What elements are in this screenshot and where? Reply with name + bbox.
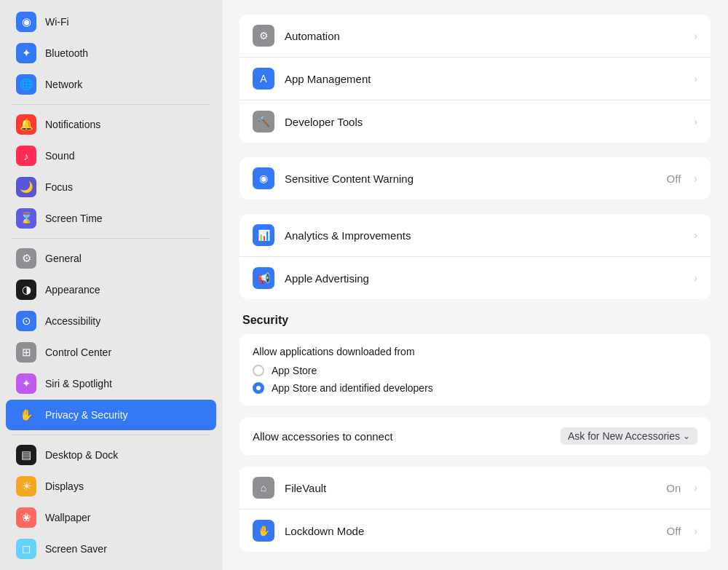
sidebar-item-network[interactable]: 🌐Network [6, 69, 216, 100]
radio-appstore-identified[interactable] [253, 382, 264, 394]
bluetooth-icon: ✦ [16, 43, 36, 63]
row-lockdownmode[interactable]: ✋Lockdown ModeOff› [240, 510, 711, 552]
notifications-icon: 🔔 [16, 114, 36, 135]
sidebar-item-label: Displays [45, 480, 84, 492]
screensaver-icon: ◻ [16, 539, 36, 559]
sensitivewarning-label: Sensitive Content Warning [285, 173, 657, 185]
accessibility-icon: ⊙ [16, 311, 36, 331]
sidebar-item-label: Network [45, 79, 82, 90]
screentime-icon: ⌛ [16, 208, 36, 229]
lockdownmode-label: Lockdown Mode [285, 525, 657, 537]
sidebar: ◉Wi-Fi✦Bluetooth🌐Network🔔Notifications♪S… [0, 0, 222, 570]
siri-icon: ✦ [16, 373, 36, 394]
chevron-right-icon: › [694, 525, 697, 537]
sidebar-item-label: Siri & Spotlight [45, 378, 112, 389]
appmanagement-label: App Management [285, 73, 684, 85]
row-sensitivewarning[interactable]: ◉Sensitive Content WarningOff› [240, 157, 711, 199]
automation-label: Automation [285, 30, 684, 42]
section-group-group1: ⚙Automation›AApp Management›🔨Developer T… [240, 15, 711, 143]
sidebar-item-label: Privacy & Security [45, 409, 128, 421]
row-appmanagement[interactable]: AApp Management› [240, 58, 711, 100]
chevron-right-icon: › [694, 173, 697, 184]
chevron-right-icon: › [694, 73, 697, 84]
chevron-right-icon: › [694, 482, 697, 494]
sensitivewarning-value: Off [667, 173, 681, 185]
sidebar-item-label: Screen Time [45, 213, 103, 224]
security-bottom-group: ⌂FileVaultOn›✋Lockdown ModeOff› [240, 467, 711, 552]
analytics-icon: 📊 [253, 224, 274, 246]
lockdownmode-icon: ✋ [253, 520, 274, 542]
developertools-label: Developer Tools [285, 116, 684, 128]
sidebar-item-wallpaper[interactable]: ❀Wallpaper [6, 502, 216, 533]
appleadvertising-label: Apple Advertising [285, 272, 684, 285]
sidebar-item-general[interactable]: ⚙General [6, 243, 216, 274]
sidebar-item-label: Accessibility [45, 315, 100, 327]
focus-icon: 🌙 [16, 177, 36, 197]
appmanagement-icon: A [253, 68, 274, 90]
row-developertools[interactable]: 🔨Developer Tools› [240, 100, 711, 143]
sidebar-item-label: Wi-Fi [45, 16, 69, 28]
section-group-group2: ◉Sensitive Content WarningOff› [240, 157, 711, 199]
section-group-group3: 📊Analytics & Improvements›📢Apple Adverti… [240, 214, 711, 299]
filevault-value: On [666, 482, 681, 494]
wallpaper-icon: ❀ [16, 507, 36, 528]
sidebar-item-displays[interactable]: ☀Displays [6, 471, 216, 502]
sidebar-item-label: Bluetooth [45, 47, 88, 59]
row-appleadvertising[interactable]: 📢Apple Advertising› [240, 257, 711, 299]
desktop-icon: ▤ [16, 445, 36, 465]
accessories-value-text: Ask for New Accessories [568, 430, 680, 442]
lockdownmode-value: Off [667, 525, 681, 537]
radio-label-appstore: App Store [272, 365, 317, 376]
sidebar-item-label: Desktop & Dock [45, 449, 118, 461]
sidebar-item-accessibility[interactable]: ⊙Accessibility [6, 306, 216, 336]
controlcenter-icon: ⊞ [16, 342, 36, 363]
wifi-icon: ◉ [16, 12, 36, 32]
accessories-row[interactable]: Allow accessories to connectAsk for New … [240, 417, 711, 455]
filevault-label: FileVault [285, 482, 656, 494]
download-label: Allow applications downloaded from [253, 346, 697, 357]
filevault-icon: ⌂ [253, 477, 274, 499]
sidebar-item-label: Focus [45, 181, 73, 193]
sound-icon: ♪ [16, 146, 36, 166]
sidebar-item-label: Appearance [45, 284, 100, 296]
sidebar-item-label: Sound [45, 150, 74, 162]
sidebar-item-label: Control Center [45, 347, 111, 358]
appearance-icon: ◑ [16, 280, 36, 300]
sidebar-item-notifications[interactable]: 🔔Notifications [6, 109, 216, 140]
sidebar-item-label: Screen Saver [45, 543, 107, 555]
analytics-label: Analytics & Improvements [285, 229, 684, 242]
sidebar-item-desktop[interactable]: ▤Desktop & Dock [6, 440, 216, 470]
sidebar-item-sound[interactable]: ♪Sound [6, 140, 216, 171]
radio-label-appstore-identified: App Store and identified developers [272, 382, 433, 394]
sidebar-item-label: Notifications [45, 119, 100, 130]
appleadvertising-icon: 📢 [253, 267, 274, 289]
radio-row-appstore[interactable]: App Store [253, 365, 697, 376]
row-automation[interactable]: ⚙Automation› [240, 15, 711, 58]
row-filevault[interactable]: ⌂FileVaultOn› [240, 467, 711, 510]
main-content: ⚙Automation›AApp Management›🔨Developer T… [222, 0, 728, 570]
radio-row-appstore-identified[interactable]: App Store and identified developers [253, 382, 697, 394]
developertools-icon: 🔨 [253, 111, 274, 132]
row-analytics[interactable]: 📊Analytics & Improvements› [240, 214, 711, 257]
sidebar-item-bluetooth[interactable]: ✦Bluetooth [6, 38, 216, 68]
sidebar-item-appearance[interactable]: ◑Appearance [6, 274, 216, 305]
sidebar-item-screentime[interactable]: ⌛Screen Time [6, 203, 216, 234]
sidebar-item-label: Wallpaper [45, 512, 91, 523]
accessories-value[interactable]: Ask for New Accessories⌄ [561, 427, 697, 445]
chevron-right-icon: › [694, 116, 697, 127]
sensitivewarning-icon: ◉ [253, 167, 274, 189]
privacy-icon: ✋ [16, 405, 36, 425]
download-block: Allow applications downloaded fromApp St… [240, 334, 711, 405]
sidebar-item-controlcenter[interactable]: ⊞Control Center [6, 337, 216, 368]
accessories-label: Allow accessories to connect [253, 430, 561, 443]
displays-icon: ☀ [16, 476, 36, 496]
sidebar-item-screensaver[interactable]: ◻Screen Saver [6, 534, 216, 564]
sidebar-item-battery[interactable]: ▐Battery [6, 565, 216, 570]
sidebar-item-siri[interactable]: ✦Siri & Spotlight [6, 368, 216, 399]
automation-icon: ⚙ [253, 25, 274, 47]
sidebar-item-label: General [45, 253, 82, 264]
sidebar-item-focus[interactable]: 🌙Focus [6, 172, 216, 202]
sidebar-item-privacy[interactable]: ✋Privacy & Security [6, 400, 216, 430]
sidebar-item-wifi[interactable]: ◉Wi-Fi [6, 7, 216, 37]
radio-appstore[interactable] [253, 365, 264, 376]
